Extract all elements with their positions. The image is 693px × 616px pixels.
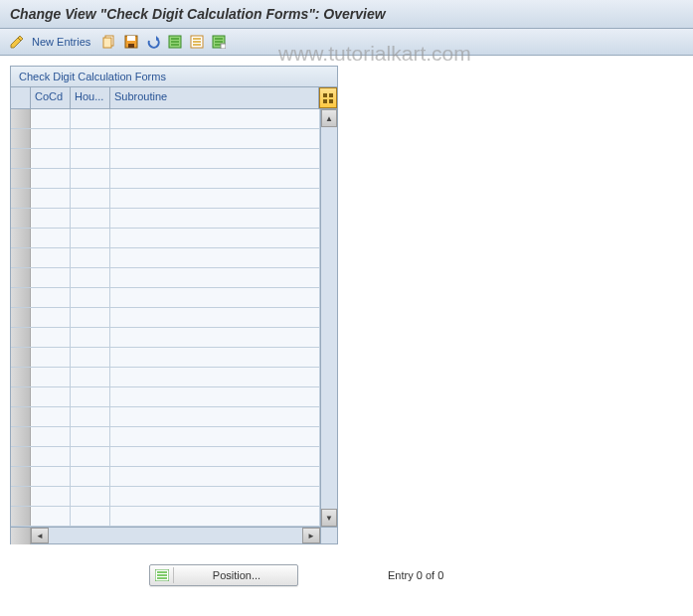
cell-subroutine[interactable] bbox=[110, 189, 320, 208]
cell-cocd[interactable] bbox=[31, 507, 71, 526]
cell-subroutine[interactable] bbox=[110, 129, 320, 148]
cell-hou[interactable] bbox=[71, 229, 110, 247]
table-row[interactable] bbox=[11, 229, 320, 248]
cell-cocd[interactable] bbox=[31, 248, 71, 267]
cell-hou[interactable] bbox=[71, 109, 110, 128]
horizontal-scrollbar[interactable]: ◄ ► bbox=[11, 527, 337, 543]
deselect-all-icon[interactable] bbox=[210, 33, 228, 51]
cell-cocd[interactable] bbox=[31, 487, 71, 506]
row-selector[interactable] bbox=[11, 507, 31, 526]
cell-hou[interactable] bbox=[71, 288, 110, 307]
row-selector[interactable] bbox=[11, 368, 31, 386]
table-row[interactable] bbox=[11, 368, 320, 387]
cell-subroutine[interactable] bbox=[110, 288, 320, 307]
scroll-right-icon[interactable]: ► bbox=[302, 528, 320, 543]
cell-cocd[interactable] bbox=[31, 149, 71, 168]
table-row[interactable] bbox=[11, 308, 320, 328]
cell-cocd[interactable] bbox=[31, 368, 71, 386]
row-selector[interactable] bbox=[11, 328, 31, 347]
cell-subroutine[interactable] bbox=[110, 507, 320, 526]
cell-cocd[interactable] bbox=[31, 407, 71, 426]
cell-hou[interactable] bbox=[71, 427, 110, 446]
table-row[interactable] bbox=[11, 209, 320, 229]
cell-hou[interactable] bbox=[71, 407, 110, 426]
select-all-icon[interactable] bbox=[166, 33, 184, 51]
scroll-track[interactable] bbox=[321, 127, 337, 509]
cell-cocd[interactable] bbox=[31, 387, 71, 406]
table-row[interactable] bbox=[11, 407, 320, 427]
table-row[interactable] bbox=[11, 447, 320, 467]
cell-hou[interactable] bbox=[71, 328, 110, 347]
cell-subroutine[interactable] bbox=[110, 328, 320, 347]
row-selector[interactable] bbox=[11, 407, 31, 426]
cell-subroutine[interactable] bbox=[110, 169, 320, 188]
change-display-icon[interactable] bbox=[8, 33, 26, 51]
cell-hou[interactable] bbox=[71, 447, 110, 466]
table-row[interactable] bbox=[11, 387, 320, 407]
row-selector[interactable] bbox=[11, 348, 31, 367]
position-button[interactable]: Position... bbox=[149, 564, 298, 586]
cell-hou[interactable] bbox=[71, 149, 110, 168]
copy-icon[interactable] bbox=[100, 33, 118, 51]
cell-hou[interactable] bbox=[71, 348, 110, 367]
column-header-hou[interactable]: Hou... bbox=[71, 87, 110, 108]
cell-hou[interactable] bbox=[71, 189, 110, 208]
cell-hou[interactable] bbox=[71, 248, 110, 267]
row-selector[interactable] bbox=[11, 387, 31, 406]
table-row[interactable] bbox=[11, 487, 320, 507]
cell-subroutine[interactable] bbox=[110, 427, 320, 446]
table-row[interactable] bbox=[11, 348, 320, 368]
cell-cocd[interactable] bbox=[31, 467, 71, 486]
cell-hou[interactable] bbox=[71, 467, 110, 486]
table-row[interactable] bbox=[11, 427, 320, 447]
cell-subroutine[interactable] bbox=[110, 368, 320, 386]
cell-cocd[interactable] bbox=[31, 427, 71, 446]
cell-hou[interactable] bbox=[71, 387, 110, 406]
cell-cocd[interactable] bbox=[31, 169, 71, 188]
save-icon[interactable] bbox=[122, 33, 140, 51]
table-row[interactable] bbox=[11, 507, 320, 527]
cell-subroutine[interactable] bbox=[110, 149, 320, 168]
row-selector[interactable] bbox=[11, 427, 31, 446]
cell-hou[interactable] bbox=[71, 308, 110, 327]
new-entries-button[interactable]: New Entries bbox=[32, 36, 90, 48]
cell-subroutine[interactable] bbox=[110, 348, 320, 367]
row-selector[interactable] bbox=[11, 109, 31, 128]
cell-cocd[interactable] bbox=[31, 109, 71, 128]
undo-icon[interactable] bbox=[144, 33, 162, 51]
cell-hou[interactable] bbox=[71, 268, 110, 287]
cell-subroutine[interactable] bbox=[110, 308, 320, 327]
table-row[interactable] bbox=[11, 288, 320, 308]
cell-subroutine[interactable] bbox=[110, 487, 320, 506]
row-selector[interactable] bbox=[11, 288, 31, 307]
row-selector[interactable] bbox=[11, 447, 31, 466]
row-selector[interactable] bbox=[11, 149, 31, 168]
column-header-cocd[interactable]: CoCd bbox=[31, 87, 71, 108]
vertical-scrollbar[interactable]: ▲ ▼ bbox=[320, 109, 337, 527]
cell-cocd[interactable] bbox=[31, 328, 71, 347]
row-selector[interactable] bbox=[11, 487, 31, 506]
hscroll-track[interactable] bbox=[49, 528, 302, 543]
scroll-up-icon[interactable]: ▲ bbox=[321, 109, 337, 127]
table-row[interactable] bbox=[11, 109, 320, 129]
select-block-icon[interactable] bbox=[188, 33, 206, 51]
scroll-left-icon[interactable]: ◄ bbox=[31, 528, 49, 543]
cell-hou[interactable] bbox=[71, 368, 110, 386]
row-selector[interactable] bbox=[11, 268, 31, 287]
cell-cocd[interactable] bbox=[31, 268, 71, 287]
table-row[interactable] bbox=[11, 248, 320, 268]
cell-cocd[interactable] bbox=[31, 288, 71, 307]
cell-subroutine[interactable] bbox=[110, 268, 320, 287]
cell-cocd[interactable] bbox=[31, 189, 71, 208]
row-selector[interactable] bbox=[11, 129, 31, 148]
cell-hou[interactable] bbox=[71, 129, 110, 148]
table-row[interactable] bbox=[11, 149, 320, 169]
row-selector[interactable] bbox=[11, 209, 31, 228]
column-header-subroutine[interactable]: Subroutine bbox=[110, 87, 319, 108]
cell-hou[interactable] bbox=[71, 507, 110, 526]
table-row[interactable] bbox=[11, 169, 320, 189]
cell-cocd[interactable] bbox=[31, 209, 71, 228]
cell-subroutine[interactable] bbox=[110, 407, 320, 426]
cell-hou[interactable] bbox=[71, 487, 110, 506]
row-selector[interactable] bbox=[11, 467, 31, 486]
